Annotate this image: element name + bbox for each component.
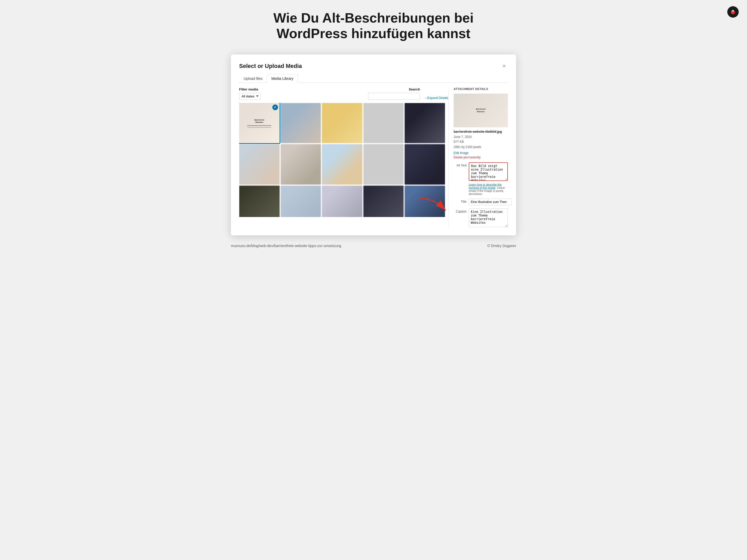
alt-text-label: Alt Text <box>454 162 467 167</box>
caption-label: Caption <box>454 209 467 213</box>
filter-label: Filter media <box>239 87 261 91</box>
media-modal: Select or Upload Media × Upload files Me… <box>231 54 516 235</box>
attachment-panel: ATTACHMENT DETAILS BarrierefreiWebsites … <box>448 87 508 227</box>
media-thumb-5[interactable] <box>405 103 445 143</box>
tab-upload[interactable]: Upload files <box>239 74 267 83</box>
media-thumb-14[interactable] <box>363 186 404 217</box>
attachment-filename: barrierefreie-website-titelbild.jpg <box>454 130 508 134</box>
top-controls: Filter media All dates Search ‹ Expand D… <box>239 87 448 100</box>
page-title: Wie Du Alt-Beschreibungen bei WordPress … <box>274 10 473 42</box>
modal-header: Select or Upload Media × <box>239 62 508 70</box>
media-thumb-15[interactable] <box>405 186 445 217</box>
title-input[interactable] <box>469 198 512 205</box>
tab-media-library[interactable]: Media Library <box>267 74 298 83</box>
edit-image-link[interactable]: Edit Image <box>454 151 508 155</box>
selected-check: ✓ <box>272 105 278 110</box>
media-thumb-10[interactable] <box>405 144 445 185</box>
footer: musnuss.de/blog/web-dev/barrierefreie-we… <box>231 244 516 248</box>
delete-image-link[interactable]: Delete permanently <box>454 156 508 159</box>
search-label: Search <box>409 87 420 91</box>
attachment-meta: June 7, 2024 877 KB 2881 by 2160 pixels <box>454 135 508 150</box>
brand-icon <box>727 6 739 18</box>
media-thumb-7[interactable] <box>281 144 321 185</box>
attachment-preview: BarrierefreiWebsites <box>454 94 508 128</box>
media-thumb-13[interactable] <box>322 186 362 217</box>
media-thumb-8[interactable] <box>322 144 362 185</box>
media-thumb-3[interactable] <box>322 103 362 143</box>
media-thumb-2[interactable] <box>281 103 321 143</box>
caption-field-group: Caption <box>454 209 508 227</box>
modal-body: Filter media All dates Search ‹ Expand D… <box>239 87 508 227</box>
media-thumb-11[interactable] <box>239 186 280 217</box>
attachment-panel-title: ATTACHMENT DETAILS <box>454 87 508 90</box>
alt-text-input[interactable] <box>469 162 508 181</box>
media-thumb-6[interactable] <box>239 144 280 185</box>
modal-content: Filter media All dates Search ‹ Expand D… <box>239 87 508 227</box>
search-group: Search <box>368 87 420 100</box>
footer-url: musnuss.de/blog/web-dev/barrierefreie-we… <box>231 244 341 248</box>
caption-input[interactable] <box>469 209 508 227</box>
alt-text-group: Alt Text Learn how to describe the purpo… <box>454 162 508 195</box>
title-label: Title <box>454 198 467 204</box>
media-thumb-9[interactable] <box>363 144 404 185</box>
modal-title: Select or Upload Media <box>239 63 302 70</box>
media-thumb-12[interactable] <box>281 186 321 217</box>
filter-group: Filter media All dates <box>239 87 261 100</box>
title-field-group: Title <box>454 198 508 205</box>
footer-copyright: © Dmitry Dugarev <box>487 244 516 248</box>
alt-text-note: Learn how to describe the purpose of the… <box>469 183 508 195</box>
media-thumb-1[interactable]: BarrierefreiWebsites ✓ <box>239 103 280 143</box>
modal-tabs: Upload files Media Library <box>239 74 508 83</box>
modal-close-button[interactable]: × <box>500 62 508 70</box>
media-area: Filter media All dates Search ‹ Expand D… <box>239 87 448 227</box>
expand-details-button[interactable]: ‹ Expand Details <box>425 96 448 100</box>
media-grid: BarrierefreiWebsites ✓ <box>239 103 445 217</box>
search-input[interactable] <box>368 93 420 100</box>
media-thumb-4[interactable] <box>363 103 404 143</box>
date-filter-select[interactable]: All dates <box>239 93 261 100</box>
